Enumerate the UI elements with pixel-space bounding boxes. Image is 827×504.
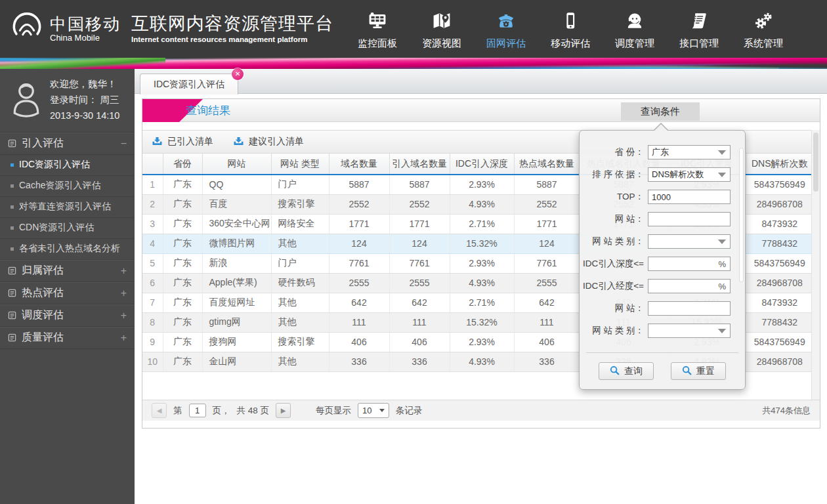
field-input-3[interactable] bbox=[648, 212, 731, 226]
top-header: 中国移动 China Mobile 互联网内容资源管理平台 Internet c… bbox=[0, 0, 827, 58]
bullet-icon bbox=[11, 205, 14, 209]
brand-name-zh: 中国移动 bbox=[50, 15, 121, 32]
field-select-1[interactable]: DNS解析次数 bbox=[648, 167, 731, 182]
tab-idc-import-eval[interactable]: IDC资源引入评估 ✕ bbox=[140, 74, 238, 94]
table-cell: 百度 bbox=[202, 194, 271, 214]
platform-title-zh: 互联网内容资源管理平台 bbox=[131, 14, 333, 34]
sidebar-group-import-eval[interactable]: 引入评估− bbox=[0, 133, 135, 155]
page-number-input[interactable] bbox=[189, 404, 206, 417]
platform-title-en: Internet content resources management pl… bbox=[131, 35, 333, 43]
total-pages-label: 共 48 页 bbox=[237, 405, 270, 417]
per-page-select[interactable]: 10 bbox=[358, 403, 389, 418]
phone-icon bbox=[474, 12, 538, 35]
query-field-row: IDC引入经度<=% bbox=[580, 275, 745, 297]
panel-scrollbar-thumb[interactable] bbox=[739, 148, 744, 282]
table-cell: 5887 bbox=[514, 175, 580, 194]
field-input-5[interactable]: % bbox=[648, 257, 731, 271]
nav-item-interface-mgmt[interactable]: 接口管理 bbox=[667, 8, 731, 50]
table-cell: 111 bbox=[514, 312, 580, 332]
table-cell: 336 bbox=[329, 352, 389, 371]
table-cell: 2.93% bbox=[450, 332, 514, 352]
sidebar-item[interactable]: 各省未引入热点域名分析 bbox=[0, 239, 135, 260]
table-scrollbar[interactable] bbox=[811, 130, 820, 400]
search-button[interactable]: 查询 bbox=[599, 362, 654, 380]
table-cell: 284968708 bbox=[746, 194, 813, 214]
field-input-7[interactable] bbox=[648, 301, 731, 316]
sidebar-group-hotspot-eval[interactable]: 热点评估+ bbox=[0, 282, 135, 304]
doc-small-icon bbox=[8, 289, 16, 297]
nav-item-label: 监控面板 bbox=[345, 37, 410, 50]
nav-item-label: 移动评估 bbox=[538, 37, 603, 50]
query-panel-footer: 查询重置 bbox=[586, 352, 738, 380]
prev-page-button[interactable]: ◀ bbox=[152, 403, 167, 418]
field-select-8[interactable] bbox=[648, 324, 731, 338]
brand-name-en: China Mobile bbox=[50, 33, 121, 43]
nav-item-dispatch-mgmt[interactable]: 调度管理 bbox=[603, 8, 667, 50]
tab-close-icon[interactable]: ✕ bbox=[232, 68, 244, 80]
sidebar-item[interactable]: Cache资源引入评估 bbox=[0, 176, 135, 197]
query-field-label: 省 份： bbox=[580, 146, 648, 158]
user-avatar-icon bbox=[8, 80, 45, 121]
sidebar-item[interactable]: 对等直连资源引入评估 bbox=[0, 197, 135, 218]
table-cell: 1 bbox=[142, 175, 163, 194]
table-cell: 1771 bbox=[514, 214, 580, 234]
table-cell: 广东 bbox=[163, 332, 202, 352]
field-input-2[interactable]: 1000 bbox=[648, 190, 731, 204]
table-cell: 6 bbox=[142, 273, 163, 293]
table-cell: 其他 bbox=[271, 352, 329, 371]
table-cell: 2555 bbox=[514, 273, 580, 293]
nav-item-resource-view[interactable]: 资源视图 bbox=[410, 8, 474, 50]
collapse-icon: − bbox=[121, 138, 127, 150]
query-field-label: 网 站： bbox=[580, 213, 648, 225]
sidebar-item[interactable]: IDC资源引入评估 bbox=[0, 155, 135, 176]
chevron-down-icon bbox=[718, 173, 726, 177]
sidebar-group-dispatch-eval[interactable]: 调度评估+ bbox=[0, 304, 135, 327]
table-cell: 2.71% bbox=[450, 214, 514, 234]
per-page-label: 每页显示 bbox=[316, 405, 351, 417]
column-header: DNS解析次数 bbox=[746, 154, 813, 175]
table-cell: 2555 bbox=[329, 273, 389, 293]
query-field-row: 省 份：广东 bbox=[580, 141, 745, 163]
table-cell: 124 bbox=[514, 234, 580, 253]
nav-item-dashboard[interactable]: 监控面板 bbox=[345, 8, 410, 50]
field-value: 广东 bbox=[652, 146, 669, 158]
table-cell: 406 bbox=[329, 332, 389, 352]
search-icon bbox=[682, 366, 692, 377]
column-header: 网站 bbox=[202, 154, 271, 175]
toolbar-button-1[interactable]: 建议引入清单 bbox=[233, 136, 304, 148]
next-page-button[interactable]: ▶ bbox=[276, 403, 291, 418]
sidebar-group-quality-eval[interactable]: 质量评估+ bbox=[0, 327, 135, 349]
toolbar-button-label: 建议引入清单 bbox=[249, 136, 304, 148]
toolbar-button-0[interactable]: 已引入清单 bbox=[152, 136, 213, 148]
table-cell: 5843756949 bbox=[746, 253, 813, 273]
nav-item-system-mgmt[interactable]: 系统管理 bbox=[731, 8, 795, 50]
query-fields: 省 份：广东排 序 依 据：DNS解析次数TOP：1000网 站：网 站 类 别… bbox=[580, 131, 745, 342]
table-cell: 8473932 bbox=[746, 214, 813, 234]
table-cell: 111 bbox=[389, 312, 450, 332]
table-cell: 406 bbox=[389, 332, 450, 352]
field-input-6[interactable]: % bbox=[648, 279, 731, 293]
nav-item-mobile-eval[interactable]: 移动评估 bbox=[538, 8, 603, 50]
nav-item-label: 系统管理 bbox=[731, 37, 795, 50]
doc-small-icon bbox=[8, 139, 16, 148]
table-cell: 门户 bbox=[271, 175, 329, 194]
table-cell: gtimg网 bbox=[202, 312, 271, 332]
table-cell: 7 bbox=[142, 293, 163, 312]
nav-item-fixed-net-eval[interactable]: 固网评估 bbox=[474, 8, 538, 50]
table-cell: 金山网 bbox=[202, 352, 271, 371]
reset-button[interactable]: 重置 bbox=[671, 362, 726, 380]
page-prefix-label: 第 bbox=[173, 405, 182, 417]
sidebar-group-ownership-eval[interactable]: 归属评估+ bbox=[0, 260, 135, 282]
table-cell: 642 bbox=[514, 293, 580, 312]
chevron-down-icon bbox=[718, 240, 726, 244]
column-header: 域名数量 bbox=[329, 154, 389, 175]
query-conditions-button[interactable]: 查询条件 bbox=[621, 102, 700, 121]
expand-icon: + bbox=[121, 265, 127, 277]
query-field-label: 网 站 类 别： bbox=[580, 325, 648, 337]
field-select-4[interactable] bbox=[648, 234, 731, 249]
field-select-0[interactable]: 广东 bbox=[648, 145, 731, 159]
sidebar-item[interactable]: CDN资源引入评估 bbox=[0, 218, 135, 239]
table-scrollbar-thumb[interactable] bbox=[813, 133, 818, 192]
table-cell: 7761 bbox=[514, 253, 580, 273]
sidebar-group-label: 质量评估 bbox=[22, 331, 64, 345]
